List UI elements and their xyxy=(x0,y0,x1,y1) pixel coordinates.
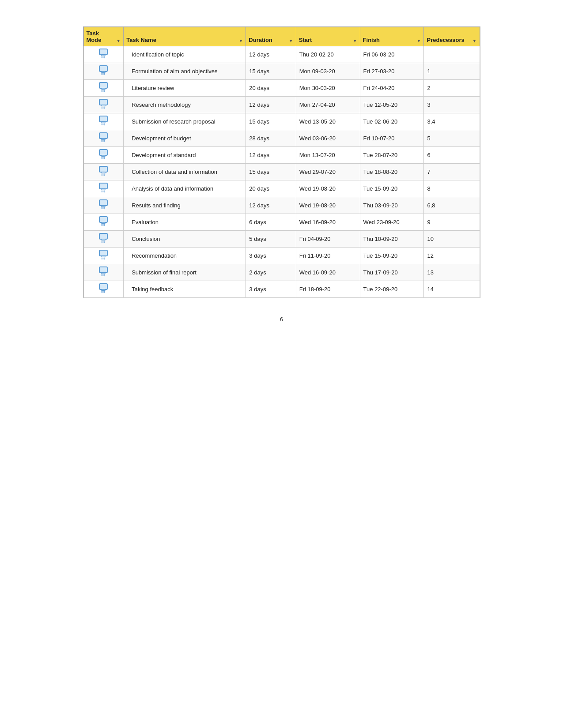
svg-text:⇒: ⇒ xyxy=(101,54,106,60)
col-header-duration[interactable]: Duration ▼ xyxy=(246,27,296,46)
finish-cell: Thu 17-09-20 xyxy=(360,264,424,281)
task-mode-icon: ⇒ xyxy=(98,132,108,143)
table-row[interactable]: ⇒ Taking feedback3 daysFri 18-09-20Tue 2… xyxy=(83,281,480,298)
table-row[interactable]: ⇒ Submission of research proposal15 days… xyxy=(83,113,480,130)
svg-text:⇒: ⇒ xyxy=(101,104,106,110)
start-cell: Wed 19-08-20 xyxy=(296,197,360,214)
finish-cell: Fri 24-04-20 xyxy=(360,80,424,97)
page-number: 6 xyxy=(280,316,283,323)
task-name-cell: Conclusion xyxy=(124,231,246,248)
col-header-finish[interactable]: Finish ▼ xyxy=(360,27,424,46)
predecessors-cell: 12 xyxy=(424,248,480,264)
task-mode-icon: ⇒ xyxy=(98,233,108,244)
svg-text:⇒: ⇒ xyxy=(101,188,106,194)
task-mode-cell: ⇒ xyxy=(83,80,124,97)
task-name-cell: Literature review xyxy=(124,80,246,97)
task-mode-cell: ⇒ xyxy=(83,197,124,214)
task-mode-cell: ⇒ xyxy=(83,164,124,180)
predecessors-cell: 3,4 xyxy=(424,113,480,130)
task-mode-icon: ⇒ xyxy=(98,82,108,93)
task-name-dropdown-icon[interactable]: ▼ xyxy=(238,38,243,43)
svg-text:⇒: ⇒ xyxy=(101,238,106,244)
task-mode-cell: ⇒ xyxy=(83,180,124,197)
col-header-task-name[interactable]: Task Name ▼ xyxy=(124,27,246,46)
table-row[interactable]: ⇒ Research methodology12 daysMon 27-04-2… xyxy=(83,97,480,113)
duration-cell: 20 days xyxy=(246,180,296,197)
finish-cell: Tue 22-09-20 xyxy=(360,281,424,298)
table-row[interactable]: ⇒ Collection of data and information15 d… xyxy=(83,164,480,180)
task-mode-cell: ⇒ xyxy=(83,264,124,281)
start-cell: Wed 29-07-20 xyxy=(296,164,360,180)
table-row[interactable]: ⇒ Identification of topic12 daysThu 20-0… xyxy=(83,46,480,63)
table-row[interactable]: ⇒ Results and finding12 daysWed 19-08-20… xyxy=(83,197,480,214)
start-cell: Thu 20-02-20 xyxy=(296,46,360,63)
col-header-start[interactable]: Start ▼ xyxy=(296,27,360,46)
duration-cell: 5 days xyxy=(246,231,296,248)
task-mode-cell: ⇒ xyxy=(83,147,124,164)
duration-cell: 15 days xyxy=(246,113,296,130)
finish-cell: Thu 10-09-20 xyxy=(360,231,424,248)
task-name-cell: Collection of data and information xyxy=(124,164,246,180)
table-row[interactable]: ⇒ Evaluation6 daysWed 16-09-20Wed 23-09-… xyxy=(83,214,480,231)
task-mode-icon: ⇒ xyxy=(98,149,108,160)
finish-cell: Fri 10-07-20 xyxy=(360,130,424,147)
svg-text:⇒: ⇒ xyxy=(101,87,106,93)
duration-dropdown-icon[interactable]: ▼ xyxy=(289,38,293,43)
duration-cell: 28 days xyxy=(246,130,296,147)
duration-cell: 12 days xyxy=(246,46,296,63)
task-name-cell: Formulation of aim and objectives xyxy=(124,63,246,80)
start-dropdown-icon[interactable]: ▼ xyxy=(353,38,357,43)
duration-cell: 12 days xyxy=(246,97,296,113)
task-mode-icon: ⇒ xyxy=(98,48,108,60)
task-name-cell: Analysis of data and information xyxy=(124,180,246,197)
task-mode-icon: ⇒ xyxy=(98,98,108,110)
start-cell: Fri 11-09-20 xyxy=(296,248,360,264)
predecessors-cell xyxy=(424,46,480,63)
task-name-cell: Taking feedback xyxy=(124,281,246,298)
svg-text:⇒: ⇒ xyxy=(101,154,106,160)
finish-cell: Fri 27-03-20 xyxy=(360,63,424,80)
svg-text:⇒: ⇒ xyxy=(101,205,106,210)
table-row[interactable]: ⇒ Recommendation3 daysFri 11-09-20Tue 15… xyxy=(83,248,480,264)
task-mode-icon: ⇒ xyxy=(98,249,108,261)
table-row[interactable]: ⇒ Literature review20 daysMon 30-03-20Fr… xyxy=(83,80,480,97)
svg-text:⇒: ⇒ xyxy=(101,171,106,177)
table-row[interactable]: ⇒ Analysis of data and information20 day… xyxy=(83,180,480,197)
task-mode-cell: ⇒ xyxy=(83,63,124,80)
predecessors-dropdown-icon[interactable]: ▼ xyxy=(472,38,477,43)
finish-dropdown-icon[interactable]: ▼ xyxy=(417,38,421,43)
table-row[interactable]: ⇒ Conclusion5 daysFri 04-09-20Thu 10-09-… xyxy=(83,231,480,248)
task-mode-cell: ⇒ xyxy=(83,113,124,130)
col-header-task-mode[interactable]: Task Mode ▼ xyxy=(83,27,124,46)
page-wrapper: Task Mode ▼ Task Name ▼ Duration ▼ xyxy=(83,26,480,298)
duration-cell: 6 days xyxy=(246,214,296,231)
predecessors-cell: 13 xyxy=(424,264,480,281)
start-cell: Mon 13-07-20 xyxy=(296,147,360,164)
duration-cell: 12 days xyxy=(246,147,296,164)
predecessors-cell: 1 xyxy=(424,63,480,80)
predecessors-cell: 7 xyxy=(424,164,480,180)
table-row[interactable]: ⇒ Submission of final report2 daysWed 16… xyxy=(83,264,480,281)
task-mode-cell: ⇒ xyxy=(83,46,124,63)
table-row[interactable]: ⇒ Development of budget28 daysWed 03-06-… xyxy=(83,130,480,147)
task-mode-icon: ⇒ xyxy=(98,266,108,278)
svg-text:⇒: ⇒ xyxy=(101,272,106,278)
task-name-cell: Submission of research proposal xyxy=(124,113,246,130)
predecessors-cell: 8 xyxy=(424,180,480,197)
svg-text:⇒: ⇒ xyxy=(101,138,106,143)
start-cell: Mon 30-03-20 xyxy=(296,80,360,97)
task-mode-cell: ⇒ xyxy=(83,281,124,298)
predecessors-cell: 5 xyxy=(424,130,480,147)
start-cell: Wed 16-09-20 xyxy=(296,214,360,231)
task-name-cell: Development of standard xyxy=(124,147,246,164)
task-mode-icon: ⇒ xyxy=(98,283,108,294)
task-mode-dropdown-icon[interactable]: ▼ xyxy=(116,38,121,43)
col-header-predecessors[interactable]: Predecessors ▼ xyxy=(424,27,480,46)
task-mode-icon: ⇒ xyxy=(98,65,108,76)
task-name-cell: Results and finding xyxy=(124,197,246,214)
table-row[interactable]: ⇒ Development of standard12 daysMon 13-0… xyxy=(83,147,480,164)
task-name-cell: Development of budget xyxy=(124,130,246,147)
duration-cell: 15 days xyxy=(246,164,296,180)
task-name-cell: Research methodology xyxy=(124,97,246,113)
table-row[interactable]: ⇒ Formulation of aim and objectives15 da… xyxy=(83,63,480,80)
